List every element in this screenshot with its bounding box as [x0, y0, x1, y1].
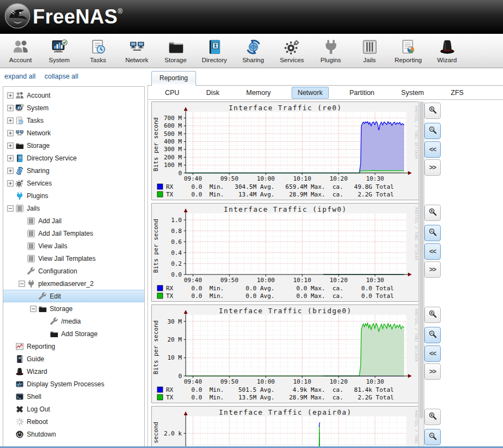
tree-item-label: Add Jail — [38, 217, 62, 225]
svg-text:Bits per second: Bits per second — [152, 219, 159, 273]
toolbar-item-services[interactable]: Services — [273, 38, 311, 63]
sidebar-item-view-jails[interactable]: View Jails — [3, 240, 144, 252]
svg-text:RRDTOOL / TOBI OETIKER: RRDTOOL / TOBI OETIKER — [414, 309, 418, 362]
tree-item-label: Network — [27, 129, 51, 137]
sidebar-item-system[interactable]: System — [3, 101, 144, 114]
svg-text:10 M: 10 M — [168, 354, 182, 361]
sidebar-item-add-jail-templates[interactable]: Add Jail Templates — [3, 227, 144, 240]
toolbar-item-plugins[interactable]: Plugins — [311, 38, 350, 63]
tab-reporting[interactable]: Reporting — [151, 71, 196, 86]
sidebar-item-directory-service[interactable]: Directory Service — [3, 152, 144, 164]
expander-plus-icon[interactable] — [7, 142, 14, 149]
expander-plus-icon[interactable] — [7, 180, 14, 187]
graph-3-page-forward-button[interactable]: >> — [424, 363, 441, 380]
sidebar-item-plexmediaserver-2[interactable]: plexmediaserver_2 — [3, 277, 144, 290]
sidebar-item-plugins[interactable]: Plugins — [3, 189, 144, 202]
graph-3-zoom-in-button[interactable] — [424, 307, 441, 323]
graph-2-zoom-in-button[interactable] — [424, 205, 441, 221]
svg-text:10:10: 10:10 — [293, 378, 311, 385]
toolbar-item-jails[interactable]: Jails — [350, 38, 389, 63]
sidebar-item-shell[interactable]: Shell — [3, 390, 144, 403]
expander-minus-icon[interactable] — [18, 280, 25, 287]
sidebar-item-wizard[interactable]: Wizard — [3, 365, 144, 378]
toolbar-item-label: System — [49, 57, 69, 63]
graph-4-zoom-out-button[interactable] — [424, 429, 441, 445]
svg-text:0: 0 — [178, 170, 182, 177]
expander-minus-icon[interactable] — [29, 306, 37, 312]
subtab-partition[interactable]: Partition — [344, 87, 381, 99]
graph-1-page-back-button[interactable]: << — [424, 141, 441, 158]
sidebar-item-services[interactable]: Services — [3, 177, 144, 189]
sidebar-item-network[interactable]: Network — [3, 127, 144, 139]
scrollbar-thumb[interactable] — [419, 101, 423, 419]
graph-3-zoom-out-button[interactable] — [424, 327, 441, 343]
collapse-all-link[interactable]: collapse all — [44, 73, 78, 80]
toolbar-item-tasks[interactable]: Tasks — [79, 38, 117, 63]
subtab-disk[interactable]: Disk — [200, 87, 225, 99]
sidebar-item-media[interactable]: /media — [3, 315, 144, 327]
toolbar-item-reporting[interactable]: Reporting — [389, 38, 428, 63]
zoom-in-icon — [428, 207, 437, 218]
expander-plus-icon[interactable] — [7, 92, 14, 99]
sidebar-item-add-jail[interactable]: Add Jail — [3, 214, 144, 227]
reporting-icon — [400, 38, 417, 56]
svg-text:1.0: 1.0 — [171, 217, 182, 224]
sidebar-item-storage[interactable]: Storage — [3, 302, 144, 315]
expand-all-link[interactable]: expand all — [4, 73, 35, 80]
sidebar-item-sharing[interactable]: Sharing — [3, 164, 144, 177]
content-border — [147, 85, 148, 448]
sidebar-item-reboot[interactable]: Reboot — [3, 415, 144, 428]
svg-text:100 M: 100 M — [164, 162, 182, 169]
expander-plus-icon[interactable] — [7, 130, 14, 136]
graph-1-zoom-out-button[interactable] — [424, 123, 441, 139]
svg-text:09:40: 09:40 — [184, 175, 202, 182]
graph-1-zoom-in-button[interactable] — [424, 103, 441, 119]
tree-item-label: Storage — [27, 142, 50, 150]
subtab-system[interactable]: System — [395, 87, 430, 99]
toolbar-item-system[interactable]: System — [40, 38, 79, 63]
svg-text:10:00: 10:00 — [257, 277, 275, 284]
svg-text:09:50: 09:50 — [220, 277, 238, 284]
subtab-memory[interactable]: Memory — [240, 87, 277, 99]
subtab-cpu[interactable]: CPU — [159, 87, 185, 99]
sidebar-item-shutdown[interactable]: Shutdown — [3, 428, 144, 440]
expander-minus-icon[interactable] — [7, 205, 14, 212]
graph-1-page-forward-button[interactable]: >> — [424, 159, 441, 176]
graph-4-zoom-in-button[interactable] — [424, 409, 441, 425]
toolbar-item-account[interactable]: Account — [1, 38, 40, 63]
expander-plus-icon[interactable] — [7, 155, 14, 162]
subtab-zfs[interactable]: ZFS — [445, 87, 470, 99]
toolbar-item-sharing[interactable]: Sharing — [234, 38, 273, 63]
graph-3-page-back-button[interactable]: << — [424, 345, 441, 362]
sharing-icon — [15, 166, 25, 175]
users-icon — [13, 38, 29, 56]
expander-plus-icon[interactable] — [7, 105, 14, 111]
graph-2-page-forward-button[interactable]: >> — [424, 261, 441, 278]
sidebar-item-account[interactable]: Account — [3, 89, 144, 101]
sidebar-item-configuration[interactable]: Configuration — [3, 265, 144, 277]
graph-2-zoom-out-button[interactable] — [424, 225, 441, 241]
sidebar-item-tasks[interactable]: Tasks — [3, 114, 144, 127]
graphs-scrollbar[interactable] — [418, 101, 424, 446]
toolbar-item-network[interactable]: Network — [117, 38, 156, 63]
freenas-logo-icon — [3, 2, 32, 32]
svg-text:10:20: 10:20 — [329, 378, 347, 385]
sidebar-item-edit[interactable]: Edit — [3, 290, 144, 302]
toolbar-item-wizard[interactable]: Wizard — [428, 38, 466, 63]
toolbar-item-directory[interactable]: Directory — [195, 38, 234, 63]
sidebar-item-reporting[interactable]: Reporting — [3, 340, 144, 353]
sidebar-item-display-system-processes[interactable]: Display System Processes — [3, 378, 144, 390]
toolbar-item-storage[interactable]: Storage — [156, 38, 195, 63]
sidebar-item-log-out[interactable]: Log Out — [3, 403, 144, 415]
sidebar-item-add-storage[interactable]: Add Storage — [3, 327, 144, 340]
expander-plus-icon[interactable] — [7, 168, 14, 174]
svg-text:RRDTOOL / TOBI OETIKER: RRDTOOL / TOBI OETIKER — [414, 106, 418, 159]
graph-2-page-back-button[interactable]: << — [424, 243, 441, 260]
subtab-network[interactable]: Network — [292, 87, 329, 99]
sidebar-item-guide[interactable]: Guide — [3, 353, 144, 365]
sidebar-item-jails[interactable]: Jails — [3, 202, 144, 214]
tree-item-label: Shell — [27, 393, 42, 401]
sidebar-item-view-jail-templates[interactable]: View Jail Templates — [3, 252, 144, 265]
expander-plus-icon[interactable] — [7, 117, 14, 124]
sidebar-item-storage[interactable]: Storage — [3, 139, 144, 152]
